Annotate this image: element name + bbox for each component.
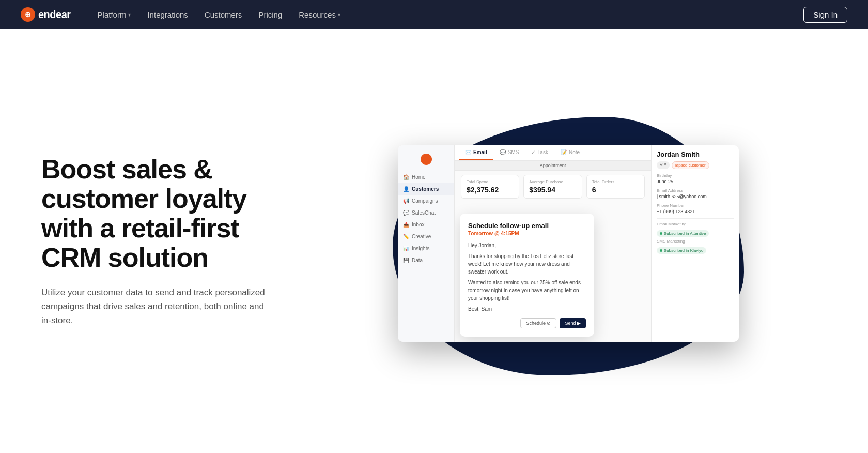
- mock-logo-icon: [421, 154, 432, 165]
- creative-icon: ✏️: [403, 234, 409, 239]
- hero-illustration: 🏠 Home 👤 Customers 📢 Campaigns 💬 SalesCh…: [310, 96, 827, 386]
- birthday-field: Birthday June 25: [657, 173, 734, 184]
- email-icon: ✉️: [465, 149, 471, 155]
- logo-icon: ⊕: [21, 7, 35, 22]
- insights-icon: 📊: [403, 246, 409, 251]
- appointment-bar: Appointment: [455, 161, 651, 171]
- mock-nav-home[interactable]: 🏠 Home: [398, 171, 454, 183]
- hero-content: Boost sales & customer loyalty with a re…: [41, 155, 310, 327]
- navbar: ⊕ endear Platform ▾ Integrations Custome…: [0, 0, 868, 29]
- chevron-down-icon: ▾: [128, 12, 131, 18]
- sms-marketing-badge: Subscribed in Klaviyo: [657, 247, 706, 254]
- email-field: Email Address j.smith.625@yahoo.com: [657, 188, 734, 199]
- nav-links: Platform ▾ Integrations Customers Pricin…: [91, 7, 804, 22]
- logo-text: endear: [38, 9, 71, 21]
- sms-icon: 💬: [500, 149, 506, 155]
- status-dot: [660, 232, 662, 235]
- send-button[interactable]: Send ▶: [560, 318, 586, 328]
- nav-customers[interactable]: Customers: [198, 7, 249, 22]
- inbox-icon: 📥: [403, 222, 409, 228]
- tab-sms[interactable]: 💬 SMS: [493, 145, 525, 160]
- nav-platform[interactable]: Platform ▾: [91, 7, 137, 22]
- mock-nav-creative[interactable]: ✏️ Creative: [398, 231, 454, 243]
- hero-section: Boost sales & customer loyalty with a re…: [0, 29, 868, 453]
- campaigns-icon: 📢: [403, 198, 409, 204]
- nav-resources[interactable]: Resources ▾: [292, 7, 347, 22]
- stat-total-spend: Total Spend $2,375.62: [461, 175, 519, 199]
- customer-badges: VIP lapsed customer: [657, 161, 734, 169]
- popup-subtitle: Tomorrow @ 4:15PM: [468, 231, 586, 236]
- hero-headline: Boost sales & customer loyalty with a re…: [41, 155, 300, 273]
- ui-mockup: 🏠 Home 👤 Customers 📢 Campaigns 💬 SalesCh…: [398, 145, 739, 342]
- logo[interactable]: ⊕ endear: [21, 7, 71, 22]
- divider: [657, 218, 734, 219]
- tab-task[interactable]: ✓ Task: [525, 145, 554, 160]
- mock-sidebar: 🏠 Home 👤 Customers 📢 Campaigns 💬 SalesCh…: [398, 145, 455, 342]
- mock-nav-data[interactable]: 💾 Data: [398, 254, 454, 266]
- popup-body: Hey Jordan, Thanks for stopping by the L…: [468, 241, 586, 313]
- phone-field: Phone Number +1 (999) 123-4321: [657, 203, 734, 214]
- note-icon: 📝: [561, 149, 567, 155]
- status-dot: [660, 249, 662, 252]
- popup-actions: Schedule ⊙ Send ▶: [468, 318, 586, 328]
- mock-nav-inbox[interactable]: 📥 Inbox: [398, 219, 454, 231]
- mock-nav-campaigns[interactable]: 📢 Campaigns: [398, 195, 454, 207]
- mock-tabs: ✉️ Email 💬 SMS ✓ Task 📝 Note: [455, 145, 651, 161]
- popup-title: Schedule follow-up email: [468, 222, 586, 230]
- customer-detail-panel: Jordan Smith VIP lapsed customer Birthda…: [651, 145, 739, 342]
- email-marketing-field: Email Marketing Subscribed in Attentive: [657, 222, 734, 237]
- mock-main-content: ✉️ Email 💬 SMS ✓ Task 📝 Note: [455, 145, 651, 342]
- lapsed-badge: lapsed customer: [672, 161, 709, 169]
- customers-icon: 👤: [403, 186, 409, 192]
- hero-subtext: Utilize your customer data to send and t…: [41, 285, 269, 328]
- stat-total-orders: Total Orders 6: [586, 175, 645, 199]
- schedule-button[interactable]: Schedule ⊙: [520, 318, 556, 328]
- chevron-down-icon: ▾: [338, 12, 340, 18]
- vip-badge: VIP: [657, 161, 670, 169]
- nav-integrations[interactable]: Integrations: [141, 7, 194, 22]
- task-icon: ✓: [531, 149, 535, 155]
- data-icon: 💾: [403, 258, 409, 263]
- mock-nav-insights[interactable]: 📊 Insights: [398, 243, 454, 254]
- email-compose-popup: Schedule follow-up email Tomorrow @ 4:15…: [460, 214, 594, 337]
- mock-nav-customers[interactable]: 👤 Customers: [398, 183, 454, 195]
- sign-in-button[interactable]: Sign In: [803, 7, 847, 23]
- stat-avg-purchase: Average Purchase $395.94: [523, 175, 582, 199]
- tab-email[interactable]: ✉️ Email: [459, 145, 493, 160]
- stats-row: Total Spend $2,375.62 Average Purchase $…: [455, 171, 651, 203]
- home-icon: 🏠: [403, 174, 409, 180]
- saleschat-icon: 💬: [403, 210, 409, 216]
- email-marketing-badge: Subscribed in Attentive: [657, 230, 709, 237]
- content-area: Schedule follow-up email Tomorrow @ 4:15…: [455, 203, 651, 342]
- nav-pricing[interactable]: Pricing: [252, 7, 288, 22]
- tab-note[interactable]: 📝 Note: [554, 145, 586, 160]
- mock-nav-saleschat[interactable]: 💬 SalesChat: [398, 207, 454, 219]
- customer-name: Jordan Smith: [657, 150, 734, 158]
- sms-marketing-field: SMS Marketing Subscribed in Klaviyo: [657, 239, 734, 254]
